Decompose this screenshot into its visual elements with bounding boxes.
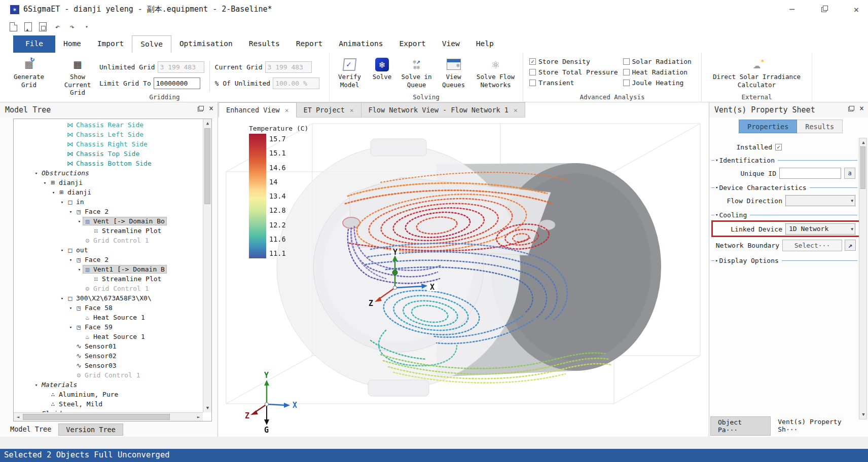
tree-vertical-scrollbar[interactable]: ▲ ▼: [203, 119, 211, 412]
tree-item[interactable]: ♨Heat Source 1: [14, 313, 202, 322]
close-tab-icon[interactable]: ×: [285, 103, 289, 118]
tree-expand-icon[interactable]: ▾: [76, 267, 83, 272]
open-file-icon[interactable]: [23, 22, 33, 32]
tree-item[interactable]: ⋈Chassis Bottom Side: [14, 159, 202, 168]
tree-item[interactable]: ▾Obstructions: [14, 168, 202, 178]
tree-item[interactable]: ▾⊞dianji: [14, 187, 202, 197]
tree-expand-icon[interactable]: ▾: [50, 190, 57, 195]
tree-item[interactable]: ∷Streamline Plot: [14, 226, 202, 236]
toolbar-options-icon[interactable]: ▾: [82, 22, 92, 32]
tree-item[interactable]: ∷Streamline Plot: [14, 274, 202, 284]
tree-item[interactable]: ⋈Chassis Rear Side: [14, 120, 202, 130]
scroll-up-icon[interactable]: ▲: [203, 119, 212, 128]
enhanced-view-viewport[interactable]: Y X Z Y X Z G Temperature (: [219, 118, 708, 437]
view-tab-enhanced-view[interactable]: Enhanced View×: [219, 102, 297, 118]
store-density-checkbox[interactable]: ✓: [529, 58, 536, 65]
solve-in-queue-button[interactable]: ❄↗❄❄Solve in Queue: [399, 56, 435, 89]
scroll-up-icon[interactable]: ▲: [859, 138, 867, 147]
heat-radiation-checkbox[interactable]: [623, 69, 630, 75]
tree-horizontal-scrollbar[interactable]: ◄ ►: [14, 412, 203, 421]
view-queues-button[interactable]: View Queues: [438, 56, 469, 89]
tree-expand-icon[interactable]: ▾: [67, 305, 75, 311]
tree-item[interactable]: ⚙Grid Control 1: [14, 284, 202, 293]
solve-button[interactable]: ❄Solve: [369, 56, 395, 89]
direct-solar-irradiance-button[interactable]: ☁☀ Direct Solar Irradiance Calculator: [706, 56, 808, 89]
float-panel-icon[interactable]: [848, 106, 854, 111]
undo-icon[interactable]: ↶: [52, 22, 62, 32]
tree-item[interactable]: ▾□in: [14, 197, 202, 207]
save-icon[interactable]: [38, 22, 48, 32]
link-icon[interactable]: ↗: [845, 240, 856, 251]
tab-view[interactable]: View: [434, 35, 468, 53]
tab-vents-property-sheet[interactable]: Vent(s) Property Sh···: [771, 416, 868, 436]
installed-checkbox[interactable]: ✓: [775, 144, 782, 150]
float-panel-icon[interactable]: [198, 106, 204, 111]
tab-results[interactable]: Results: [797, 120, 843, 133]
section-cooling[interactable]: ▾ Cooling: [711, 210, 857, 220]
restore-button[interactable]: [815, 3, 833, 16]
store-total-pressure-checkbox[interactable]: [529, 69, 536, 75]
section-display-options[interactable]: ▸ Display Options: [711, 255, 857, 265]
tab-properties[interactable]: Properties: [739, 120, 797, 133]
tab-solve[interactable]: Solve: [132, 35, 171, 53]
scroll-left-icon[interactable]: ◄: [14, 413, 22, 421]
tree-item[interactable]: ▾▥Vent [-> Domain Bo: [14, 216, 202, 226]
close-tab-icon[interactable]: ×: [514, 103, 518, 118]
tree-item[interactable]: ⚙Grid Control 1: [14, 236, 202, 245]
scroll-right-icon[interactable]: ►: [194, 413, 203, 421]
view-tab-flow-network-view-flow-network-1[interactable]: Flow Network View - Flow Network 1×: [361, 102, 525, 118]
tree-item[interactable]: ▾◳Face 2: [14, 207, 202, 216]
tree-item[interactable]: ▾□out: [14, 245, 202, 255]
tree-expand-icon[interactable]: ▾: [41, 180, 49, 185]
flow-direction-dropdown[interactable]: [785, 195, 855, 206]
tree-expand-icon[interactable]: ▾: [58, 296, 66, 301]
rename-button[interactable]: a: [844, 168, 855, 179]
view-tab-et-project[interactable]: ET Project×: [297, 102, 361, 118]
close-panel-icon[interactable]: ×: [859, 105, 864, 111]
tab-version-tree[interactable]: Version Tree: [58, 423, 123, 436]
tab-animations[interactable]: Animations: [331, 35, 391, 53]
tree-expand-icon[interactable]: ▾: [67, 325, 75, 330]
tree-item[interactable]: ♨Heat Source 1: [14, 332, 202, 341]
tree-item[interactable]: ▾□300\X2\673A58F3\X0\: [14, 293, 202, 303]
tree-item[interactable]: ⚙Grid Control 1: [14, 370, 202, 380]
tree-item[interactable]: ▾▥Vent1 [-> Domain B: [14, 264, 202, 274]
section-identification[interactable]: ▾ Identification: [711, 155, 857, 165]
property-sheet-scrollbar[interactable]: ▲ ▼: [859, 138, 867, 419]
close-panel-icon[interactable]: ×: [209, 105, 213, 111]
tab-export[interactable]: Export: [391, 35, 433, 53]
tab-optimisation[interactable]: Optimisation: [171, 35, 241, 53]
tree-item[interactable]: ▾◳Face 59: [14, 322, 202, 332]
solve-flow-networks-button[interactable]: ⚛Solve Flow Networks: [473, 56, 519, 89]
tree-item[interactable]: ⋈Chassis Top Side: [14, 149, 202, 159]
tree-item[interactable]: ▾◳Face 58: [14, 303, 202, 313]
tab-report[interactable]: Report: [288, 35, 331, 53]
tree-expand-icon[interactable]: ▾: [32, 382, 40, 388]
network-boundary-select-button[interactable]: Select···: [782, 240, 842, 251]
verify-model-button[interactable]: Verify Model: [334, 56, 366, 89]
tree-expand-icon[interactable]: ▾: [58, 200, 66, 205]
section-device-characteristics[interactable]: ▾ Device Characteristics: [711, 182, 857, 192]
tree-expand-icon[interactable]: ▾: [32, 171, 40, 176]
scroll-thumb[interactable]: [204, 128, 210, 204]
redo-icon[interactable]: ↷: [67, 22, 77, 32]
close-button[interactable]: ×: [848, 3, 865, 16]
tree-item[interactable]: ▾Materials: [14, 380, 202, 390]
tab-object-palette[interactable]: Object Pa···: [710, 416, 771, 436]
solar-radiation-checkbox[interactable]: [623, 58, 630, 65]
linked-device-dropdown[interactable]: 1D Network: [785, 223, 855, 235]
scroll-thumb[interactable]: [23, 414, 170, 420]
tree-expand-icon[interactable]: ▾: [67, 257, 75, 262]
tab-home[interactable]: Home: [55, 35, 89, 53]
tree-expand-icon[interactable]: ▾: [58, 248, 66, 253]
tree-item[interactable]: ⋈Chassis Right Side: [14, 139, 202, 149]
tree-expand-icon[interactable]: ▾: [76, 219, 83, 224]
new-file-icon[interactable]: [8, 22, 18, 32]
transient-checkbox[interactable]: [529, 80, 536, 86]
scroll-down-icon[interactable]: ▼: [203, 404, 212, 412]
scroll-thumb[interactable]: [860, 146, 865, 189]
close-tab-icon[interactable]: ×: [350, 103, 354, 118]
tree-item[interactable]: ∴Aluminium, Pure: [14, 390, 202, 399]
tree-item[interactable]: ▾◳Face 2: [14, 255, 202, 264]
limit-grid-to-input[interactable]: 10000000: [154, 78, 200, 89]
